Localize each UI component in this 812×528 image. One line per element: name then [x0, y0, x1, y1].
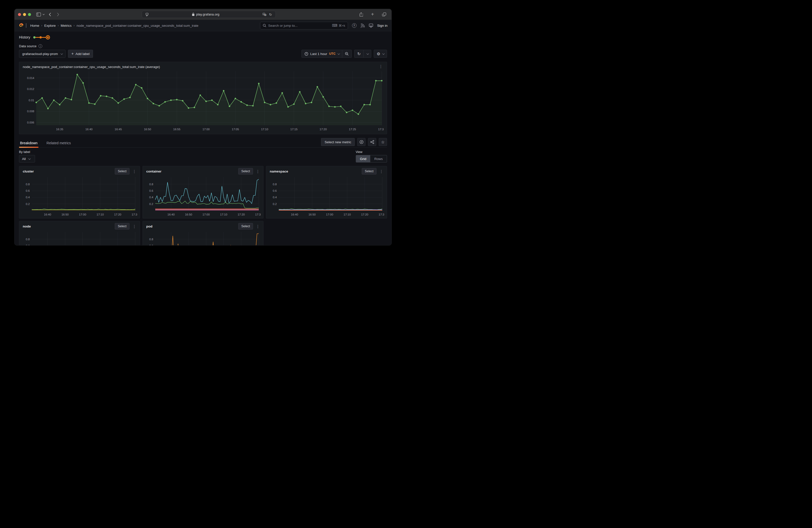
svg-text:0.008: 0.008	[27, 110, 34, 113]
refresh-button[interactable]: ↻	[354, 50, 363, 58]
svg-text:0.8: 0.8	[26, 238, 30, 241]
select-button[interactable]: Select	[362, 168, 377, 175]
lock-icon	[192, 13, 194, 16]
svg-text:0.014: 0.014	[27, 76, 34, 79]
main-chart[interactable]: 0.0060.0080.010.0120.01416:3516:4016:451…	[22, 70, 384, 132]
tab-group-icon[interactable]	[144, 11, 150, 18]
namespace-chart[interactable]: 0.20.40.60.816:4016:5017:0017:1017:2017:…	[269, 176, 384, 218]
time-range-picker[interactable]: Last 1 hour UTC	[302, 50, 342, 58]
breadcrumb-home[interactable]: Home	[30, 24, 39, 28]
panel-menu-kebab-icon[interactable]: ⋮	[131, 169, 137, 174]
tabs-overview-icon[interactable]	[381, 11, 387, 18]
panel-title: node_namespace_pod_container:container_c…	[22, 64, 160, 70]
minimize-window-button[interactable]	[23, 13, 26, 16]
svg-text:17:05: 17:05	[232, 128, 239, 131]
back-icon[interactable]	[47, 11, 53, 18]
pod-chart[interactable]: 0.20.40.60.816:4016:5017:0017:1017:2017:…	[145, 231, 261, 246]
forward-icon[interactable]	[55, 11, 61, 18]
select-button[interactable]: Select	[115, 223, 130, 230]
plus-icon: +	[72, 52, 74, 56]
close-window-button[interactable]	[18, 13, 21, 16]
zoom-window-button[interactable]	[28, 13, 31, 16]
history-timeline[interactable]	[33, 35, 50, 40]
search-input[interactable]: Search or jump to... ⌨ ⌘+k	[260, 22, 348, 29]
svg-text:16:55: 16:55	[173, 128, 180, 131]
view-rows-option[interactable]: Rows	[370, 155, 387, 162]
tab-related-metrics[interactable]: Related metrics	[45, 139, 72, 147]
sidebar-icon[interactable]	[35, 11, 42, 18]
select-button[interactable]: Select	[238, 223, 253, 230]
breadcrumb-explore[interactable]: Explore	[44, 24, 56, 28]
history-step-icon[interactable]	[40, 36, 42, 39]
add-label-button[interactable]: + Add label	[68, 50, 93, 58]
help-icon[interactable]: ?	[352, 23, 357, 28]
svg-text:17:00: 17:00	[326, 213, 333, 216]
share-icon[interactable]	[358, 11, 364, 18]
history-step-icon[interactable]	[33, 36, 35, 39]
new-tab-icon[interactable]: +	[369, 11, 376, 18]
chevron-down-icon[interactable]	[26, 23, 26, 28]
zoom-out-button[interactable]	[342, 50, 351, 58]
breadcrumb-metrics[interactable]: Metrics	[61, 24, 72, 28]
share-nodes-icon[interactable]	[368, 138, 376, 146]
svg-text:17:30: 17:30	[255, 213, 261, 216]
panel-menu-kebab-icon[interactable]: ⋮	[255, 224, 261, 229]
panel-menu-kebab-icon[interactable]: ⋮	[378, 169, 384, 174]
chevron-down-icon	[382, 52, 385, 55]
svg-text:16:50: 16:50	[308, 213, 316, 216]
star-icon[interactable]: ☆	[379, 138, 387, 146]
settings-button[interactable]: ⚙	[374, 50, 387, 58]
cluster-chart[interactable]: 0.20.40.60.816:4016:5017:0017:1017:2017:…	[22, 176, 137, 218]
data-source-picker[interactable]: grafanacloud-play-prom	[19, 50, 66, 58]
by-label-group: By label All	[19, 150, 35, 162]
translate-icon[interactable]: A文	[261, 11, 267, 18]
svg-text:16:50: 16:50	[144, 128, 151, 131]
svg-text:0.012: 0.012	[27, 88, 34, 90]
view-grid-option[interactable]: Grid	[356, 155, 371, 162]
grafana-logo[interactable]	[18, 23, 24, 29]
sign-in-button[interactable]: Sign in	[377, 24, 388, 28]
browser-toolbar: play.grafana.org A文 ↻ +	[14, 9, 392, 20]
history-current-step-icon[interactable]	[46, 35, 50, 40]
svg-text:17:10: 17:10	[344, 213, 351, 216]
panel-menu-kebab-icon[interactable]: ⋮	[255, 169, 261, 174]
view-toggle: Grid Rows	[356, 155, 387, 162]
url-text[interactable]: play.grafana.org	[196, 13, 219, 16]
chevron-down-icon[interactable]	[42, 11, 45, 18]
svg-text:0.8: 0.8	[26, 183, 30, 186]
address-bar[interactable]: play.grafana.org A文 ↻	[142, 11, 276, 18]
svg-text:0.4: 0.4	[273, 196, 277, 199]
rss-icon[interactable]	[361, 24, 365, 28]
grafana-navbar: Home › Explore › Metrics › node_namespac…	[14, 20, 392, 31]
select-new-metric-button[interactable]: Select new metric	[321, 138, 355, 146]
history-label[interactable]: History	[19, 35, 30, 39]
refresh-group: ↻	[354, 50, 371, 58]
panel-menu-kebab-icon[interactable]: ⋮	[131, 224, 137, 229]
by-label-select[interactable]: All	[19, 155, 35, 162]
search-icon	[263, 24, 266, 27]
svg-text:17:10: 17:10	[97, 213, 104, 216]
monitor-icon[interactable]	[369, 24, 373, 28]
svg-text:0.8: 0.8	[149, 183, 153, 186]
select-button[interactable]: Select	[115, 168, 130, 175]
traffic-lights	[18, 13, 31, 16]
svg-text:A: A	[263, 13, 264, 15]
refresh-interval-dropdown[interactable]	[363, 50, 371, 58]
panel-menu-kebab-icon[interactable]: ⋮	[378, 64, 384, 69]
node-chart[interactable]: 0.20.40.60.816:4016:5017:0017:1017:2017:…	[22, 231, 137, 246]
browser-actions: +	[358, 11, 387, 18]
info-icon[interactable]: i	[39, 44, 42, 48]
svg-text:17:00: 17:00	[203, 128, 210, 131]
svg-text:0.01: 0.01	[29, 99, 34, 102]
svg-text:0.6: 0.6	[26, 244, 30, 246]
select-button[interactable]: Select	[238, 168, 253, 175]
svg-text:17:20: 17:20	[319, 128, 327, 131]
svg-text:17:30: 17:30	[379, 213, 384, 216]
reload-icon[interactable]: ↻	[267, 11, 274, 18]
gear-icon: ⚙	[377, 52, 380, 56]
compass-icon[interactable]	[357, 138, 365, 146]
tab-breakdown[interactable]: Breakdown	[19, 139, 39, 147]
svg-text:0.006: 0.006	[27, 121, 34, 124]
container-chart[interactable]: 0.20.40.60.816:4016:5017:0017:1017:2017:…	[145, 176, 261, 218]
search-placeholder: Search or jump to...	[268, 24, 330, 28]
